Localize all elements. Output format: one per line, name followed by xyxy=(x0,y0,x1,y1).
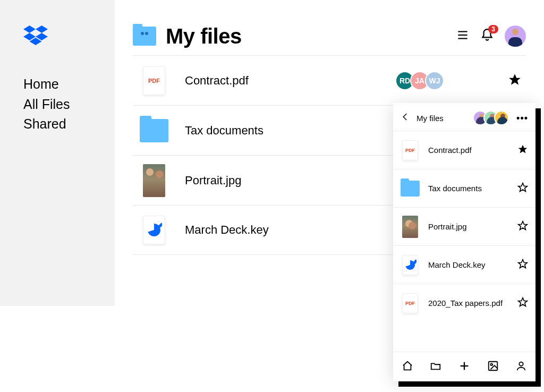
mobile-file-row[interactable]: March Deck.key xyxy=(393,245,536,284)
main-header: My files 3 xyxy=(133,21,526,51)
file-name: 2020_Tax papers.pdf xyxy=(428,299,517,308)
image-thumbnail xyxy=(139,166,169,195)
user-avatar[interactable] xyxy=(505,25,526,47)
folder-icon xyxy=(401,177,420,200)
mobile-file-row[interactable]: PDF 2020_Tax papers.pdf xyxy=(393,284,536,322)
file-name: Contract.pdf xyxy=(185,74,400,88)
mobile-shared-avatars[interactable] xyxy=(477,110,509,125)
svg-marker-11 xyxy=(518,221,528,229)
svg-marker-0 xyxy=(23,25,36,33)
tab-account-icon[interactable] xyxy=(515,360,527,374)
mobile-title: My files xyxy=(416,114,473,123)
file-row[interactable]: PDF Contract.pdf RD JA WJ xyxy=(133,55,526,105)
folder-icon xyxy=(139,116,169,146)
star-outline-icon[interactable] xyxy=(517,182,528,195)
svg-point-18 xyxy=(520,362,523,365)
page-title: My files xyxy=(166,24,456,48)
tab-photos-icon[interactable] xyxy=(487,360,499,374)
notification-badge: 3 xyxy=(488,25,498,33)
keynote-icon xyxy=(401,253,420,277)
svg-marker-13 xyxy=(518,297,528,306)
pdf-icon: PDF xyxy=(401,292,420,315)
pdf-icon: PDF xyxy=(139,66,169,96)
mobile-file-list: PDF Contract.pdf Tax documents Portrait.… xyxy=(393,131,536,322)
star-outline-icon[interactable] xyxy=(517,259,528,271)
star-icon[interactable] xyxy=(508,73,522,89)
svg-point-17 xyxy=(490,363,492,365)
nav-home[interactable]: Home xyxy=(23,74,115,95)
svg-rect-16 xyxy=(488,361,497,370)
svg-marker-9 xyxy=(518,144,528,153)
file-name: March Deck.key xyxy=(428,260,517,269)
menu-icon[interactable] xyxy=(456,28,470,44)
mobile-tabbar xyxy=(393,352,536,381)
more-icon[interactable]: ••• xyxy=(516,113,528,124)
shared-folder-icon xyxy=(133,27,156,46)
image-thumbnail xyxy=(401,215,420,238)
tab-add-icon[interactable] xyxy=(458,360,470,374)
keynote-icon xyxy=(139,215,169,245)
mobile-header: My files ••• xyxy=(393,103,536,131)
pdf-icon: PDF xyxy=(401,139,420,162)
tab-files-icon[interactable] xyxy=(430,360,441,374)
mobile-file-row[interactable]: Portrait.jpg xyxy=(393,207,536,245)
notifications-icon[interactable]: 3 xyxy=(480,28,494,44)
avatar[interactable] xyxy=(494,110,509,125)
svg-marker-1 xyxy=(36,25,48,33)
mobile-file-row[interactable]: PDF Contract.pdf xyxy=(393,131,536,169)
mobile-preview: My files ••• PDF Contract.pdf Tax docume… xyxy=(393,103,536,381)
file-name: Tax documents xyxy=(428,184,517,193)
file-name: Contract.pdf xyxy=(428,146,517,155)
svg-marker-12 xyxy=(518,259,528,268)
shared-avatars: RD JA WJ xyxy=(400,71,444,90)
sharer-avatar[interactable]: WJ xyxy=(425,71,444,90)
star-outline-icon[interactable] xyxy=(517,297,528,310)
dropbox-logo[interactable] xyxy=(23,25,115,49)
back-icon[interactable] xyxy=(401,112,410,124)
nav-shared[interactable]: Shared xyxy=(23,114,115,134)
star-icon[interactable] xyxy=(517,144,528,157)
svg-marker-8 xyxy=(509,74,521,85)
sidebar: Home All Files Shared xyxy=(0,0,115,306)
mobile-file-row[interactable]: Tax documents xyxy=(393,169,536,207)
star-outline-icon[interactable] xyxy=(517,220,528,233)
nav-all-files[interactable]: All Files xyxy=(23,95,115,115)
svg-marker-10 xyxy=(518,183,528,191)
file-name: Portrait.jpg xyxy=(428,222,517,231)
tab-home-icon[interactable] xyxy=(402,360,413,374)
